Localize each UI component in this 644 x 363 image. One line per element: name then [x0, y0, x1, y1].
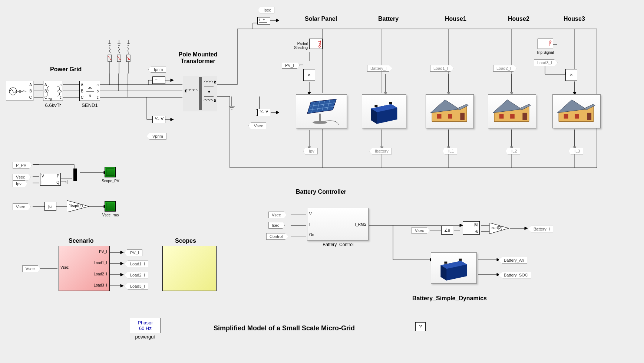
send1-block[interactable]: A B C a b c π — [79, 81, 100, 101]
il1-goto-tag[interactable]: IL1 — [443, 148, 457, 154]
svg-point-114 — [208, 91, 210, 92]
scenario-block[interactable]: Vsec PV_I Load1_I Load2_I Load3_I — [59, 246, 110, 291]
vsec-rms-label: Vsec_rms — [99, 213, 122, 217]
svg-rect-132 — [437, 114, 442, 119]
svg-point-126 — [313, 121, 327, 124]
svg-marker-79 — [120, 273, 123, 276]
load1-i-goto-tag[interactable]: Load1_I — [125, 261, 148, 267]
partial-shading-block[interactable]: Out1 — [309, 39, 323, 49]
house3-title: House3 — [564, 16, 585, 22]
vprim-sensor[interactable]: ⁺⁄₋ V — [152, 116, 165, 123]
scopes-title: Scopes — [175, 238, 196, 244]
battery-i-goto-tag[interactable]: Battery_I — [528, 226, 553, 232]
load2-i-goto-tag[interactable]: Load2_I — [125, 272, 148, 278]
house2-title: House2 — [508, 16, 529, 22]
isec-from-tag-bc[interactable]: Isec — [268, 222, 285, 229]
iprim-goto-tag[interactable]: Iprim — [148, 66, 166, 73]
scenario-title: Scenario — [69, 238, 94, 244]
solar-panel-title: Solar Panel — [305, 16, 337, 22]
svg-rect-146 — [587, 113, 591, 120]
isec-sensor[interactable]: I+ — [257, 17, 270, 24]
svg-marker-93 — [525, 227, 528, 230]
ppv-from-tag[interactable]: P_PV — [13, 162, 32, 169]
vsec-from-tag-3[interactable]: Vsec — [22, 265, 40, 272]
house3-block[interactable] — [552, 94, 601, 128]
ipv-from-tag[interactable]: Ipv — [13, 180, 27, 187]
load1-i-from-tag[interactable]: Load1_I — [430, 65, 454, 72]
pole-transformer-block[interactable]: 1 2 3 — [183, 76, 217, 111]
svg-marker-86 — [460, 224, 463, 227]
svg-rect-128 — [389, 102, 392, 104]
control-from-tag[interactable]: Control — [266, 233, 288, 240]
powergui-label: powergui — [131, 334, 159, 340]
battery-control-block[interactable]: V I On I_RMS — [307, 208, 369, 241]
il2-goto-tag[interactable]: IL2 — [506, 148, 520, 154]
simulink-canvas[interactable]: Power Grid Pole Mounted Transformer Sola… — [0, 0, 644, 363]
battery-i-from-tag[interactable]: Battery_I — [367, 65, 392, 72]
battery-dynamics-title: Battery_Simple_Dynamics — [412, 295, 487, 302]
house2-block[interactable] — [488, 94, 536, 128]
il3-goto-tag[interactable]: IL3 — [569, 148, 583, 154]
house1-block[interactable] — [426, 94, 474, 128]
load3-i-goto-tag[interactable]: Load3_I — [125, 283, 148, 290]
battery-title: Battery — [378, 16, 399, 22]
svg-rect-138 — [499, 114, 504, 119]
pv-i-from-tag[interactable]: PV_I — [282, 62, 300, 69]
house1-title: House1 — [445, 16, 466, 22]
ibattery-goto-tag[interactable]: Ibattery — [369, 148, 392, 154]
vsec-goto-tag[interactable]: Vsec — [248, 122, 266, 129]
solar-panel-block[interactable] — [296, 94, 347, 128]
battery-ah-goto-tag[interactable]: Battery_Ah — [498, 257, 527, 264]
pv-i-goto-tag[interactable]: PV_I — [125, 249, 142, 256]
mux-block[interactable] — [73, 169, 77, 181]
battery-controller-title: Battery Controller — [296, 189, 346, 195]
svg-text:Yg: Yg — [48, 97, 52, 101]
powergui-block[interactable]: Phasor 60 Hz — [130, 318, 161, 333]
vsec-from-tag-1[interactable]: Vsec — [13, 174, 30, 180]
scope-pv-block[interactable] — [105, 167, 116, 177]
transformer-66kv-label: 6.6kvTr — [42, 102, 65, 108]
surge-arrester-bank[interactable] — [105, 40, 134, 73]
ac-source-block[interactable]: A B C — [6, 81, 33, 101]
svg-marker-77 — [120, 262, 123, 265]
svg-marker-13 — [171, 79, 174, 82]
svg-text:3: 3 — [214, 99, 216, 102]
help-block[interactable]: ? — [415, 322, 426, 331]
svg-text:1: 1 — [185, 89, 186, 93]
main-title: Simplified Model of a Small Scale Micro-… — [214, 324, 355, 332]
isec-goto-tag[interactable]: Isec — [258, 7, 274, 13]
iprim-sensor[interactable]: →I — [152, 76, 165, 84]
partial-shading-label: Partial Shading — [290, 42, 308, 50]
svg-rect-134 — [460, 113, 465, 120]
scope-pv-label: Scope_PV — [99, 179, 122, 183]
gain-invsqrt2-block[interactable]: 1/sqrt(2) — [67, 200, 93, 214]
vsec-from-tag-bc2[interactable]: Vsec — [412, 227, 429, 234]
battery-soc-goto-tag[interactable]: Battery_SOC — [498, 272, 531, 278]
pv-multiply-block[interactable]: × — [303, 69, 315, 81]
vsec-from-tag-2[interactable]: Vsec — [13, 203, 30, 210]
load2-i-from-tag[interactable]: Load2_I — [493, 65, 517, 72]
svg-text:I: I — [259, 18, 260, 22]
pq-block[interactable]: V I P Q — [40, 173, 61, 186]
scope-vsec-rms-block[interactable] — [105, 201, 116, 212]
trip-signal-block[interactable]: Trip — [538, 39, 553, 49]
svg-text:π: π — [89, 94, 91, 98]
battery-dynamics-block[interactable] — [431, 252, 477, 284]
house3-multiply-block[interactable]: × — [565, 69, 577, 81]
scopes-block[interactable] — [162, 246, 217, 291]
abs-block[interactable]: |u| — [44, 202, 56, 211]
vsec-from-tag-bc[interactable]: Vsec — [268, 212, 286, 218]
vprim-goto-tag[interactable]: Vprim — [147, 133, 166, 140]
gain-sqrt2-block[interactable]: sqrt(2) — [489, 223, 512, 235]
svg-rect-149 — [444, 262, 447, 264]
load3-i-from-tag[interactable]: Load3_I — [534, 59, 558, 66]
svg-marker-17 — [276, 19, 279, 22]
battery-block[interactable] — [362, 94, 406, 128]
ipv-goto-tag[interactable]: Ipv — [303, 148, 318, 154]
vsec-sensor[interactable]: ⁺⁄₋ V — [257, 109, 270, 116]
svg-text:2: 2 — [214, 80, 216, 84]
send1-label: SEND1 — [80, 102, 99, 108]
complex-split-block[interactable]: |u| ∕u — [463, 221, 480, 235]
transformer-66kv-block[interactable]: Yg A B C a b c — [43, 81, 63, 101]
angle-block[interactable]: ∠u — [441, 226, 453, 235]
